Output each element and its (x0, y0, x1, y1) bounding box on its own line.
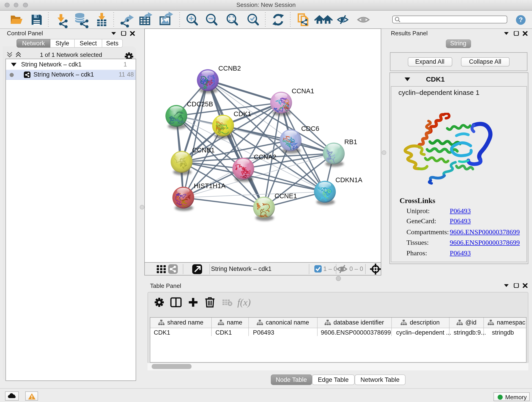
svg-text:CDKN1A: CDKN1A (335, 176, 362, 184)
svg-text:CCNB2: CCNB2 (218, 65, 241, 72)
svg-text:RB1: RB1 (344, 138, 357, 146)
svg-text:CCNA1: CCNA1 (291, 87, 314, 95)
svg-text:CDC25B: CDC25B (187, 100, 213, 108)
svg-text:CCNA2: CCNA2 (254, 153, 276, 161)
svg-text:CDK1: CDK1 (234, 110, 251, 118)
svg-text:CCNB1: CCNB1 (192, 147, 215, 154)
svg-text:HIST1H1A: HIST1H1A (194, 182, 225, 190)
svg-text:CDC6: CDC6 (301, 125, 319, 132)
svg-text:CCNE1: CCNE1 (274, 192, 297, 200)
svg-text:f(x): f(x) (237, 297, 251, 308)
